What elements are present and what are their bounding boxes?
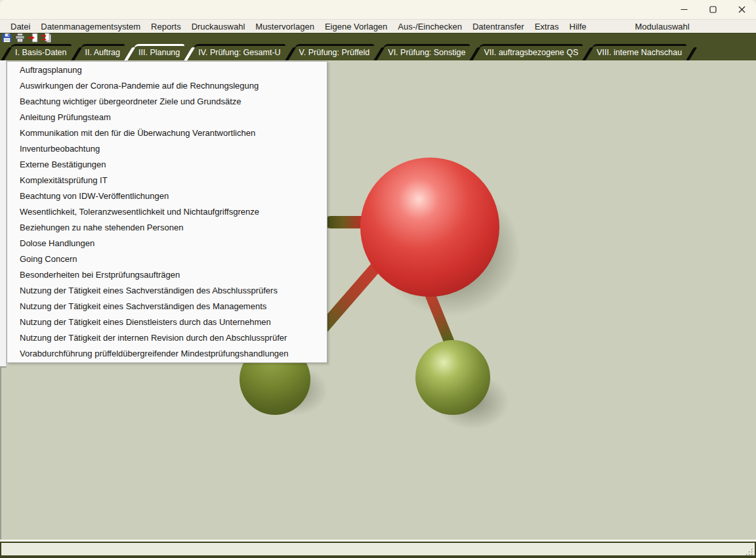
- dropdown-item-nutzung-der-tätigkeit-der-internen-revis[interactable]: Nutzung der Tätigkeit der internen Revis…: [7, 330, 327, 346]
- check-in-page-button[interactable]: [28, 33, 39, 44]
- dropdown-item-wesentlichkeit-toleranzwesentlichkeit-un[interactable]: Wesentlichkeit, Toleranzwesentlichkeit u…: [7, 204, 327, 220]
- tab-vi-prüfung-sonstige[interactable]: VI. Prüfung: Sonstige: [383, 44, 470, 61]
- green-sphere-right: [415, 340, 490, 415]
- minimize-icon: [681, 6, 688, 13]
- print-icon: [15, 33, 25, 45]
- dropdown-item-vorabdurchführung-prüffeldübergreifender[interactable]: Vorabdurchführung prüffeldübergreifender…: [7, 346, 327, 362]
- dropdown-item-komplexitätsprüfung-it[interactable]: Komplexitätsprüfung IT: [7, 173, 327, 188]
- dropdown-menu: AuftragsplanungAuswirkungen der Corona-P…: [7, 61, 327, 363]
- menubar-item-datenmanagementsystem[interactable]: Datenmanagementsystem: [35, 22, 146, 32]
- toolbar: [0, 33, 756, 44]
- menubar: DateiDatenmanagementsystemReportsDruckau…: [0, 20, 756, 33]
- tab-vii-auftragsbezogene-qs[interactable]: VII. auftragsbezogene QS: [479, 44, 583, 61]
- dropdown-item-beachtung-von-idw-veröffentlichungen[interactable]: Beachtung von IDW-Veröffentlichungen: [7, 188, 327, 204]
- tab-iii-planung[interactable]: III. Planung: [134, 44, 184, 61]
- minimize-button[interactable]: [669, 0, 698, 19]
- dropdown-item-besonderheiten-bei-erstprüfungsaufträgen[interactable]: Besonderheiten bei Erstprüfungsaufträgen: [7, 267, 327, 283]
- menubar-item-datentransfer[interactable]: Datentransfer: [467, 22, 530, 32]
- tabbar: I. Basis-DatenII. AuftragIII. PlanungIV.…: [0, 44, 756, 61]
- menubar-item-hilfe[interactable]: Hilfe: [564, 22, 592, 32]
- close-button[interactable]: [727, 0, 756, 19]
- save-icon: [2, 33, 12, 45]
- tab-iv-prüfung-gesamt-u[interactable]: IV. Prüfung: Gesamt-U: [194, 44, 285, 61]
- dropdown-item-anleitung-prüfungsteam[interactable]: Anleitung Prüfungsteam: [7, 110, 327, 125]
- save-button[interactable]: [1, 33, 12, 44]
- dropdown-left-gutter: [0, 60, 7, 368]
- menubar-item-mustervorlagen[interactable]: Mustervorlagen: [250, 22, 320, 32]
- tab-viii-interne-nachschau[interactable]: VIII. interne Nachschau: [592, 44, 686, 61]
- menubar-item-aus-einchecken[interactable]: Aus-/Einchecken: [392, 22, 467, 32]
- maximize-button[interactable]: [698, 0, 727, 19]
- dropdown-item-externe-bestätigungen[interactable]: Externe Bestätigungen: [7, 157, 327, 173]
- dropdown-item-dolose-handlungen[interactable]: Dolose Handlungen: [7, 236, 327, 251]
- menubar-item-datei[interactable]: Datei: [5, 22, 35, 32]
- statusbar: [0, 542, 756, 555]
- maximize-icon: [709, 6, 717, 13]
- dropdown-item-nutzung-der-tätigkeit-eines-sachverständ[interactable]: Nutzung der Tätigkeit eines Sachverständ…: [7, 299, 327, 314]
- check-out-pages-icon: [41, 33, 51, 45]
- application-window: DateiDatenmanagementsystemReportsDruckau…: [0, 0, 756, 558]
- menubar-item-eigene-vorlagen[interactable]: Eigene Vorlagen: [320, 22, 392, 32]
- dropdown-item-inventurbeobachtung[interactable]: Inventurbeobachtung: [7, 141, 327, 157]
- close-icon: [738, 6, 746, 13]
- menubar-item-reports[interactable]: Reports: [146, 22, 186, 32]
- menubar-item-extras[interactable]: Extras: [530, 22, 564, 32]
- tab-i-basis-daten[interactable]: I. Basis-Daten: [10, 44, 72, 61]
- window-bottom-edge: [0, 555, 756, 558]
- print-button[interactable]: [14, 33, 26, 44]
- dropdown-item-going-concern[interactable]: Going Concern: [7, 251, 327, 267]
- tab-v-prüfung-prüffeld[interactable]: V. Prüfung: Prüffeld: [295, 44, 375, 61]
- red-sphere: [360, 158, 499, 297]
- dropdown-item-beziehungen-zu-nahe-stehenden-personen[interactable]: Beziehungen zu nahe stehenden Personen: [7, 220, 327, 236]
- tab-separator: [686, 47, 698, 61]
- resize-grip-icon[interactable]: [746, 547, 753, 555]
- menubar-item-modulauswahl[interactable]: Modulauswahl: [630, 22, 695, 32]
- dropdown-item-nutzung-der-tätigkeit-eines-sachverständ[interactable]: Nutzung der Tätigkeit eines Sachverständ…: [7, 283, 327, 299]
- dropdown-item-auftragsplanung[interactable]: Auftragsplanung: [7, 62, 327, 78]
- tab-ii-auftrag[interactable]: II. Auftrag: [81, 44, 125, 61]
- window-controls: [669, 0, 756, 19]
- check-out-pages-button[interactable]: [41, 33, 52, 44]
- dropdown-item-nutzung-der-tätigkeit-eines-dienstleiste[interactable]: Nutzung der Tätigkeit eines Dienstleiste…: [7, 314, 327, 330]
- titlebar: [0, 0, 756, 20]
- dropdown-item-kommunikation-mit-den-für-die-überwachun[interactable]: Kommunikation mit den für die Überwachun…: [7, 125, 327, 141]
- dropdown-item-auswirkungen-der-corona-pandemie-auf-die[interactable]: Auswirkungen der Corona-Pandemie auf die…: [7, 78, 327, 94]
- dropdown-item-beachtung-wichtiger-übergeordneter-ziele[interactable]: Beachtung wichtiger übergeordneter Ziele…: [7, 94, 327, 110]
- content-area: AuftragsplanungAuswirkungen der Corona-P…: [0, 60, 756, 540]
- check-in-page-icon: [28, 33, 38, 45]
- olive-bar: I. Basis-DatenII. AuftragIII. PlanungIV.…: [0, 33, 756, 60]
- menubar-item-druckauswahl[interactable]: Druckauswahl: [186, 22, 251, 32]
